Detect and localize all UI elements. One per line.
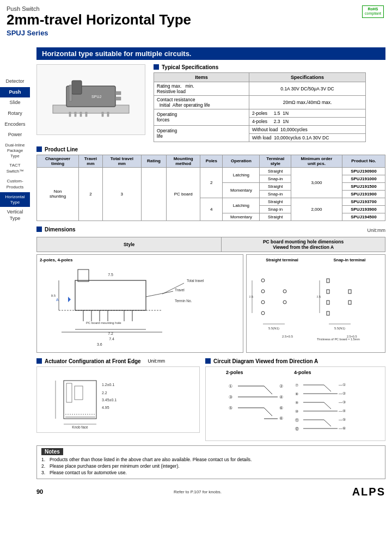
dim-straight-title: Straight terminal [249, 258, 315, 262]
svg-text:⑤: ⑤ [229, 406, 232, 411]
svg-text:Total travel: Total travel [187, 279, 204, 283]
svg-point-40 [261, 301, 265, 304]
svg-line-101 [324, 402, 331, 409]
sidebar-item-detector[interactable]: Detector [0, 76, 30, 87]
sidebar-item-encoders[interactable]: Encoders [0, 119, 30, 130]
svg-rect-3 [75, 112, 76, 117]
product-image: SPUJ [36, 64, 145, 135]
svg-line-84 [264, 408, 272, 416]
svg-text:④: ④ [279, 395, 283, 400]
specs-item-opforce: Operatingforces [154, 109, 249, 125]
specs-table: Items Specifications Rating max. min.Res… [154, 72, 366, 142]
refer-text: Refer to P.107 for knobs. [174, 489, 222, 494]
svg-text:2.5: 2.5 [317, 295, 321, 298]
svg-rect-51 [327, 301, 329, 304]
product-line-table: Changeovertiming Travelmm Total travelmm… [36, 155, 385, 221]
product-line-title: Product Line [36, 146, 385, 152]
svg-text:7.5: 7.5 [108, 273, 113, 277]
svg-point-42 [283, 290, 286, 293]
intro-section: SPUJ Typical Specifications Items Specif… [36, 64, 385, 142]
dim-pc-box: Straight terminal 2.5 [246, 254, 385, 353]
notes-item: Please contact us for automotive use. [41, 470, 381, 475]
svg-rect-11 [115, 97, 121, 100]
dimensions-table-header: Style PC board mounting hole dimensionsV… [36, 237, 385, 252]
svg-text:①: ① [229, 384, 232, 389]
svg-text:—①: —① [339, 383, 346, 387]
svg-text:Travel: Travel [175, 288, 185, 292]
svg-point-38 [261, 279, 265, 282]
switch-diagram-svg: SPUJ [42, 67, 140, 132]
sidebar-item-horizontal[interactable]: Horizontal Type [0, 192, 30, 207]
pl-col-travel: Travelmm [79, 155, 103, 167]
dimensions-section: Dimensions Unit:mm Style PC board mounti… [36, 226, 385, 353]
pl-col-mounting: Mountingmethod [167, 155, 200, 167]
svg-point-41 [261, 311, 265, 315]
actuator-title: Actuator Configuration at Front Edge Uni… [36, 358, 200, 364]
actuator-diagram: Knob face 1.2±0.1 2.2 3.45±0.1 4.95 [36, 366, 200, 433]
sidebar-item-rotary[interactable]: Rotary [0, 108, 30, 119]
pl-col-poles: Poles [200, 155, 223, 167]
svg-text:②: ② [279, 384, 283, 389]
svg-rect-14 [78, 270, 89, 281]
bottom-sections: Actuator Configuration at Front Edge Uni… [36, 358, 385, 441]
svg-text:—⑥: —⑥ [339, 426, 346, 430]
svg-point-39 [261, 290, 265, 293]
svg-line-103 [324, 420, 331, 426]
svg-text:A: A [56, 298, 59, 302]
dim-style-box: 2-poles, 4-poles [36, 254, 243, 353]
svg-rect-62 [66, 383, 72, 402]
sidebar-item-slide[interactable]: Slide [0, 97, 30, 108]
svg-text:2.5×0.5: 2.5×0.5 [282, 335, 293, 338]
dimensions-content: 2-poles, 4-poles [36, 254, 385, 353]
svg-text:Knob face: Knob face [72, 425, 88, 429]
typical-specs-section: Typical Specifications Items Specificati… [154, 64, 366, 142]
svg-text:2.5: 2.5 [249, 295, 254, 298]
dim-snapin-title: Snap-in terminal [317, 258, 382, 262]
svg-text:⑩: ⑩ [295, 409, 298, 413]
dim-straight-svg: 2.5 5.5(N1) 2.5×0.5 [249, 264, 315, 346]
pl-col-total: Total travelmm [102, 155, 141, 167]
svg-rect-10 [115, 91, 121, 95]
pl-col-product: Product No. [342, 155, 385, 167]
page-number: 90 [36, 488, 43, 495]
circuit-4poles-col: 4-poles ⑦ ⑧ ⑨ ⑩ ⑪ ⑫ [294, 370, 365, 438]
pl-col-minorder: Minimum orderunit pcs. [291, 155, 342, 167]
sidebar-item-dualinline[interactable]: Dual-Inline Package Type [0, 140, 30, 161]
svg-text:—④: —④ [339, 409, 346, 413]
sidebar-item-vertical[interactable]: Vertical Type [0, 207, 30, 224]
svg-marker-34 [68, 297, 71, 302]
circuit-section: Circuit Diagram Viewed from Direction A … [205, 358, 385, 441]
svg-rect-63 [75, 386, 83, 400]
notes-item: Please place purchase orders per minimum… [41, 463, 381, 469]
dimensions-unit: Unit:mm [367, 228, 386, 233]
svg-text:SPUJ: SPUJ [91, 95, 101, 99]
svg-text:⑨: ⑨ [295, 401, 298, 405]
specs-col-specs: Specifications [249, 72, 366, 82]
header-series: SPUJ Series [7, 29, 385, 37]
svg-line-31 [146, 291, 173, 297]
brand-logo: ALPS [352, 486, 385, 498]
sidebar-item-custom[interactable]: Custom-Products [0, 176, 30, 192]
svg-rect-49 [327, 279, 329, 283]
dimensions-title: Dimensions [36, 226, 76, 232]
dim-style-header: Style [37, 237, 222, 252]
svg-text:PC board mounting hole: PC board mounting hole [86, 321, 121, 325]
dimensions-header: Dimensions Unit:mm [36, 226, 385, 235]
svg-text:—⑤: —⑤ [339, 418, 346, 421]
sidebar-item-tact[interactable]: TACT Switch™ [0, 161, 30, 176]
dim-straight-col: Straight terminal 2.5 [249, 258, 315, 347]
specs-item-noload: Without load 10,000cycles [249, 125, 366, 133]
svg-text:⑥: ⑥ [279, 416, 283, 421]
actuator-svg: Knob face 1.2±0.1 2.2 3.45±0.1 4.95 [53, 370, 183, 430]
svg-text:5.5(N1): 5.5(N1) [268, 327, 279, 330]
specs-item-4poles: 4-poles 2.3 1N [249, 117, 366, 125]
rohs-text1: RoHS [365, 7, 381, 11]
sidebar-item-power[interactable]: Power [0, 130, 30, 140]
svg-rect-4 [80, 112, 82, 117]
svg-text:⑥: ⑥ [279, 406, 283, 411]
specs-value-rating: 0.1A 30V DC/50μA 3V DC [249, 82, 366, 95]
notes-item: Products other than those listed in the … [41, 457, 381, 462]
dim-snapin-svg: 2.5 5.5(N1) Thickness of PC board = 1.5m… [317, 264, 382, 346]
sidebar-item-push[interactable]: Push [0, 87, 30, 98]
svg-text:3.45±0.1: 3.45±0.1 [102, 398, 117, 402]
